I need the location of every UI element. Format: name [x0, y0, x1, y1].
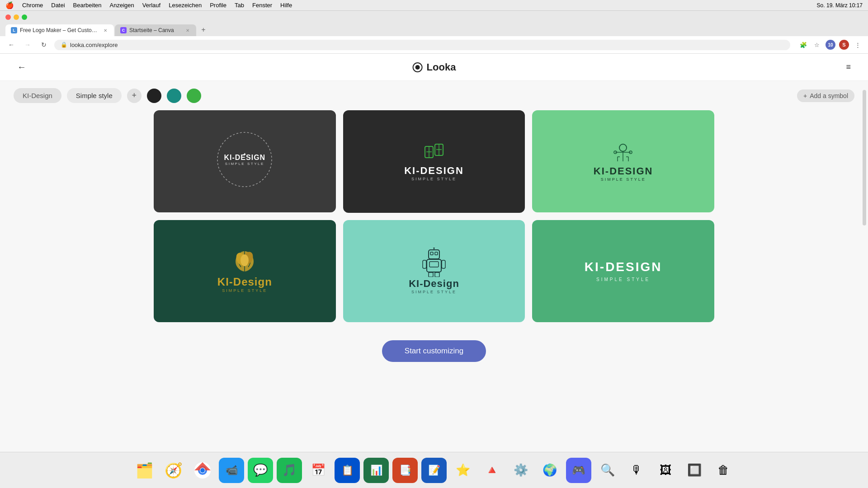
menu-profile[interactable]: Profile: [210, 2, 226, 9]
logo-card-6-inner: KI-DESIGN SIMPLE STYLE: [532, 220, 714, 322]
extensions-icon[interactable]: 🧩: [798, 40, 808, 50]
user-profile-icon[interactable]: S: [839, 40, 849, 50]
dock-trello[interactable]: 📋: [335, 458, 360, 483]
filter-bar: KI-Design Simple style + + Add a symbol: [0, 81, 868, 110]
start-customizing-button[interactable]: Start customizing: [382, 340, 486, 362]
scroll-indicator[interactable]: [863, 90, 866, 225]
dock-proxyman[interactable]: 🔍: [595, 458, 620, 483]
dock-chrome[interactable]: [190, 458, 215, 483]
dock-settings[interactable]: ⚙️: [508, 458, 533, 483]
color-swatch-green[interactable]: [187, 89, 201, 103]
tab-add-button[interactable]: +: [197, 23, 210, 36]
apple-menu[interactable]: 🍎: [5, 1, 14, 9]
menu-hilfe[interactable]: Hilfe: [280, 2, 292, 9]
color-swatch-black[interactable]: [147, 89, 161, 103]
dock-fantastical[interactable]: 📅: [306, 458, 331, 483]
logo-card-2[interactable]: KI-DESIGN SIMPLE STYLE: [343, 110, 525, 213]
menu-anzeigen[interactable]: Anzeigen: [110, 2, 134, 9]
looka-back-button[interactable]: ←: [14, 60, 30, 74]
circle-logo-text: KI-DESIGN SIMPLE STYLE: [224, 154, 265, 166]
logo-card-2-inner: KI-DESIGN SIMPLE STYLE: [343, 110, 525, 213]
color-add-button[interactable]: +: [127, 89, 142, 103]
tab-close-canva[interactable]: ✕: [184, 27, 191, 33]
logo-card-4[interactable]: KI-Design SIMPLE STYLE: [154, 220, 336, 322]
dock-trash[interactable]: 🗑: [711, 458, 736, 483]
traffic-light-minimize[interactable]: [14, 14, 19, 20]
looka-title: Looka: [427, 61, 456, 73]
color-swatch-teal[interactable]: [167, 89, 181, 103]
dock-preview[interactable]: 🖼: [653, 458, 678, 483]
card-3-main-text: KI-DESIGN: [594, 165, 653, 177]
dock-reeder[interactable]: ⭐: [450, 458, 476, 483]
dock-excel[interactable]: 📊: [363, 458, 389, 483]
svg-rect-25: [435, 252, 438, 255]
menu-datei[interactable]: Datei: [51, 2, 65, 9]
dock-finder[interactable]: 🗂️: [132, 458, 157, 483]
svg-point-1: [415, 65, 420, 70]
dock-powerpoint[interactable]: 📑: [392, 458, 418, 483]
tab-looka[interactable]: L Free Logo Maker – Get Custom... ✕: [5, 24, 114, 36]
menu-verlauf[interactable]: Verlauf: [142, 2, 160, 9]
tab-close-looka[interactable]: ✕: [102, 27, 108, 33]
filter-simple-style[interactable]: Simple style: [67, 88, 122, 103]
dock-drive[interactable]: 🔺: [479, 458, 505, 483]
logo-card-1[interactable]: ✦ KI-DESIGN SIMPLE STYLE: [154, 110, 336, 212]
dock-quicklook[interactable]: 🔲: [682, 458, 707, 483]
card-4-main-text: KI-Design: [217, 276, 272, 288]
browser-chrome: L Free Logo Maker – Get Custom... ✕ C St…: [0, 11, 868, 36]
menu-chrome[interactable]: Chrome: [22, 2, 43, 9]
traffic-light-close[interactable]: [5, 14, 11, 20]
logo-card-4-inner: KI-Design SIMPLE STYLE: [154, 220, 336, 322]
logo-card-1-inner: ✦ KI-DESIGN SIMPLE STYLE: [154, 110, 336, 212]
address-bar: ← → ↻ 🔒 looka.com/explore 🧩 ☆ 10 S ⋮: [0, 36, 868, 54]
card-3-sub-text: SIMPLE STYLE: [601, 177, 646, 182]
dock: 🗂️ 🧭 📹 💬 🎵 📅 📋 📊 📑 📝 ⭐ 🔺 ⚙️ 🌍 🎮 🔍 🎙 🖼 🔲 …: [0, 452, 868, 488]
logo-grid: ✦ KI-DESIGN SIMPLE STYLE: [140, 110, 728, 331]
logo-card-6[interactable]: KI-DESIGN SIMPLE STYLE: [532, 220, 714, 322]
card-2-main-text: KI-DESIGN: [404, 165, 464, 177]
hamburger-menu[interactable]: ≡: [842, 61, 854, 74]
looka-logo: Looka: [412, 61, 456, 73]
logo-card-5-inner: KI-Design SIMPLE STYLE: [343, 220, 525, 323]
dock-discord[interactable]: 🎮: [566, 458, 591, 483]
dock-soundwaves[interactable]: 🎙: [624, 458, 649, 483]
address-bar-icons: 🧩 ☆ 10 S ⋮: [798, 40, 863, 50]
profile-icon: 10: [826, 40, 835, 50]
svg-rect-30: [429, 272, 433, 277]
dock-word[interactable]: 📝: [421, 458, 447, 483]
card-4-sub-text: SIMPLE STYLE: [222, 288, 267, 293]
menu-datetime: So. 19. März 10:17: [817, 2, 863, 9]
user-avatar: S: [839, 40, 849, 50]
add-symbol-button[interactable]: + Add a symbol: [797, 89, 854, 102]
page-content: ← Looka ≡ KI-Design Simple style + + Add…: [0, 54, 868, 488]
dock-whatsapp[interactable]: 💬: [248, 458, 273, 483]
logo-card-3-inner: KI-DESIGN SIMPLE STYLE: [532, 110, 714, 212]
logo-card-5[interactable]: KI-Design SIMPLE STYLE: [343, 220, 525, 323]
back-button[interactable]: ←: [5, 39, 17, 51]
dock-globe[interactable]: 🌍: [537, 458, 562, 483]
dock-zoom[interactable]: 📹: [219, 458, 244, 483]
more-options-icon[interactable]: ⋮: [853, 40, 863, 50]
tab-canva[interactable]: C Startseite – Canva ✕: [115, 24, 196, 36]
profile-badge[interactable]: 10: [826, 40, 835, 50]
tab-title-canva: Startseite – Canva: [129, 27, 182, 33]
menu-tab[interactable]: Tab: [235, 2, 244, 9]
bookmark-icon[interactable]: ☆: [812, 40, 822, 50]
robot-icon: [420, 248, 448, 277]
refresh-button[interactable]: ↻: [38, 39, 50, 51]
add-symbol-label: Add a symbol: [810, 92, 848, 99]
filter-ki-design[interactable]: KI-Design: [14, 88, 61, 103]
menu-fenster[interactable]: Fenster: [252, 2, 272, 9]
svg-point-10: [619, 144, 627, 151]
menu-bearbeiten[interactable]: Bearbeiten: [73, 2, 102, 9]
menu-lesezeichen[interactable]: Lesezeichen: [169, 2, 202, 9]
circle-logo-container: ✦ KI-DESIGN SIMPLE STYLE: [213, 128, 276, 191]
dock-spotify[interactable]: 🎵: [277, 458, 302, 483]
traffic-light-maximize[interactable]: [22, 14, 27, 20]
dock-safari[interactable]: 🧭: [161, 458, 186, 483]
menu-bar: 🍎 Chrome Datei Bearbeiten Anzeigen Verla…: [0, 0, 868, 11]
tab-favicon-looka: L: [11, 27, 17, 33]
logo-card-3[interactable]: KI-DESIGN SIMPLE STYLE: [532, 110, 714, 212]
forward-button[interactable]: →: [22, 39, 33, 51]
url-bar[interactable]: 🔒 looka.com/explore: [54, 40, 790, 50]
